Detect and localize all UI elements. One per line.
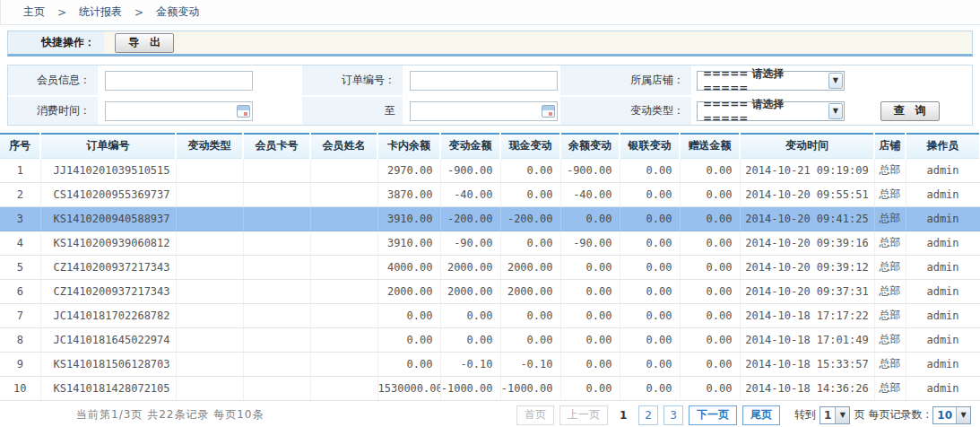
cell-change-time: 2014-10-20 09:41:25 <box>740 206 874 231</box>
col-gift-amount: 赠送金额 <box>680 134 740 158</box>
table-row[interactable]: 9KS14101815061287030.00-0.10-0.100.000.0… <box>0 352 980 376</box>
cell-gift-amount: 0.00 <box>680 352 740 376</box>
footer: 当前第1/3页 共22条记录 每页10条 首页上一页123下一页尾页 转到 1 … <box>0 401 980 427</box>
quick-operations-label: 快捷操作： <box>8 31 104 54</box>
cell-member-name <box>310 352 377 376</box>
change-type-select[interactable]: ===== 请选择 ===== ▼ <box>697 101 845 121</box>
col-cash-change: 现金变动 <box>500 134 560 158</box>
cell-member-name <box>310 255 377 279</box>
chevron-down-icon[interactable]: ▼ <box>835 407 849 423</box>
member-info-input[interactable] <box>105 71 253 91</box>
col-card-no: 会员卡号 <box>243 134 310 158</box>
cell-card-balance: 0.00 <box>377 303 440 327</box>
cell-balance-change: 0.00 <box>560 279 620 303</box>
page-size-select[interactable]: 10 ▼ <box>932 406 971 424</box>
cell-cash-change: 0.00 <box>500 158 560 182</box>
table-row[interactable]: 2CS14102009553697373870.00-40.000.00-40.… <box>0 182 980 206</box>
shop-label: 所属店铺： <box>560 65 691 95</box>
page-button-first: 首页 <box>516 405 554 425</box>
date-to-label: 至 <box>302 95 403 125</box>
cell-change-amount: -200.00 <box>440 206 500 231</box>
cell-card-no <box>243 303 310 327</box>
cell-unionpay-change: 0.00 <box>620 231 680 255</box>
cell-order-no: KS1410181506128703 <box>40 352 176 376</box>
cell-cash-change: 0.00 <box>500 327 560 352</box>
cell-index: 8 <box>0 327 40 352</box>
pager: 首页上一页123下一页尾页 转到 1 ▼ 页 每页记录数 : 10 ▼ <box>516 405 971 425</box>
cell-index: 5 <box>0 255 40 279</box>
col-card-balance: 卡内余额 <box>377 134 440 158</box>
consume-time-to-cell <box>403 95 560 125</box>
page-button-p3[interactable]: 3 <box>663 405 683 425</box>
date-from-input[interactable] <box>105 101 253 121</box>
chevron-down-icon[interactable]: ▼ <box>828 103 843 119</box>
member-info-label: 会员信息： <box>8 65 98 95</box>
page-button-next[interactable]: 下一页 <box>689 405 737 425</box>
quick-operations-bar: 快捷操作： 导 出 <box>7 30 973 57</box>
calendar-icon[interactable] <box>237 105 250 118</box>
page-button-last[interactable]: 尾页 <box>742 405 780 425</box>
cell-change-amount: 0.00 <box>440 303 500 327</box>
cell-change-amount: -1000.00 <box>440 376 500 400</box>
table-row[interactable]: 7JC14101817022687820.000.000.000.000.000… <box>0 303 980 327</box>
cell-card-no <box>243 376 310 400</box>
goto-controls: 转到 1 ▼ 页 每页记录数 : 10 ▼ <box>794 406 971 424</box>
order-no-input[interactable] <box>410 71 558 91</box>
cell-member-name <box>310 158 377 182</box>
shop-select-value: ===== 请选择 ===== <box>703 66 828 94</box>
calendar-icon[interactable] <box>542 105 555 118</box>
breadcrumb-separator: > <box>57 6 66 19</box>
col-unionpay-change: 银联变动 <box>620 134 680 158</box>
cell-operator: admin <box>906 303 980 327</box>
cell-member-name <box>310 376 377 400</box>
cell-shop: 总部 <box>874 231 906 255</box>
col-change-time: 变动时间 <box>740 134 874 158</box>
table-row[interactable]: 10KS14101814280721051530000.00-1000.00-1… <box>0 376 980 400</box>
chevron-down-icon[interactable]: ▼ <box>956 407 970 423</box>
table-row[interactable]: 6CZ14102009372173432000.002000.002000.00… <box>0 279 980 303</box>
cell-balance-change: 0.00 <box>560 376 620 400</box>
table-row[interactable]: 8JC14101816450229740.000.000.000.000.000… <box>0 327 980 352</box>
page-button-p2[interactable]: 2 <box>638 405 658 425</box>
cell-change-time: 2014-10-18 17:01:49 <box>740 327 874 352</box>
date-to-input[interactable] <box>410 101 558 121</box>
cell-order-no: CZ1410200937217343 <box>40 279 176 303</box>
cell-unionpay-change: 0.00 <box>620 376 680 400</box>
cell-member-name <box>310 182 377 206</box>
cell-shop: 总部 <box>874 303 906 327</box>
cell-gift-amount: 0.00 <box>680 158 740 182</box>
col-order-no: 订单编号 <box>40 134 176 158</box>
cell-balance-change: 0.00 <box>560 206 620 231</box>
table-row[interactable]: 3KS14102009405889373910.00-200.00-200.00… <box>0 206 980 231</box>
cell-index: 4 <box>0 231 40 255</box>
cell-change-type <box>176 279 243 303</box>
table-row[interactable]: 4KS14102009390608123910.00-90.000.00-90.… <box>0 231 980 255</box>
cell-balance-change: -40.00 <box>560 182 620 206</box>
records-table: 序号 订单编号 变动类型 会员卡号 会员姓名 卡内余额 变动金额 现金变动 余额… <box>0 133 980 401</box>
export-button[interactable]: 导 出 <box>115 33 174 53</box>
cell-card-balance: 3910.00 <box>377 206 440 231</box>
page-button-p1[interactable]: 1 <box>613 405 633 425</box>
cell-gift-amount: 0.00 <box>680 231 740 255</box>
cell-unionpay-change: 0.00 <box>620 158 680 182</box>
table-row[interactable]: 5CZ14102009372173434000.002000.002000.00… <box>0 255 980 279</box>
chevron-down-icon[interactable]: ▼ <box>828 73 843 89</box>
records-tbody: 1JJ14102010395105152970.00-900.000.00-90… <box>0 158 980 400</box>
cell-gift-amount: 0.00 <box>680 182 740 206</box>
breadcrumb-reports[interactable]: 统计报表 <box>79 4 122 20</box>
cell-change-type <box>176 231 243 255</box>
shop-select[interactable]: ===== 请选择 ===== ▼ <box>697 71 845 91</box>
cell-change-amount: 2000.00 <box>440 279 500 303</box>
cell-card-no <box>243 327 310 352</box>
breadcrumb-home[interactable]: 主页 <box>23 4 45 20</box>
cell-card-no <box>243 182 310 206</box>
table-row[interactable]: 1JJ14102010395105152970.00-900.000.00-90… <box>0 158 980 182</box>
cell-gift-amount: 0.00 <box>680 327 740 352</box>
cell-shop: 总部 <box>874 376 906 400</box>
cell-operator: admin <box>906 182 980 206</box>
page-summary: 当前第1/3页 共22条记录 每页10条 <box>76 407 264 423</box>
search-button[interactable]: 查 询 <box>880 101 940 121</box>
cell-operator: admin <box>906 231 980 255</box>
cell-change-type <box>176 376 243 400</box>
goto-page-select[interactable]: 1 ▼ <box>820 406 850 424</box>
